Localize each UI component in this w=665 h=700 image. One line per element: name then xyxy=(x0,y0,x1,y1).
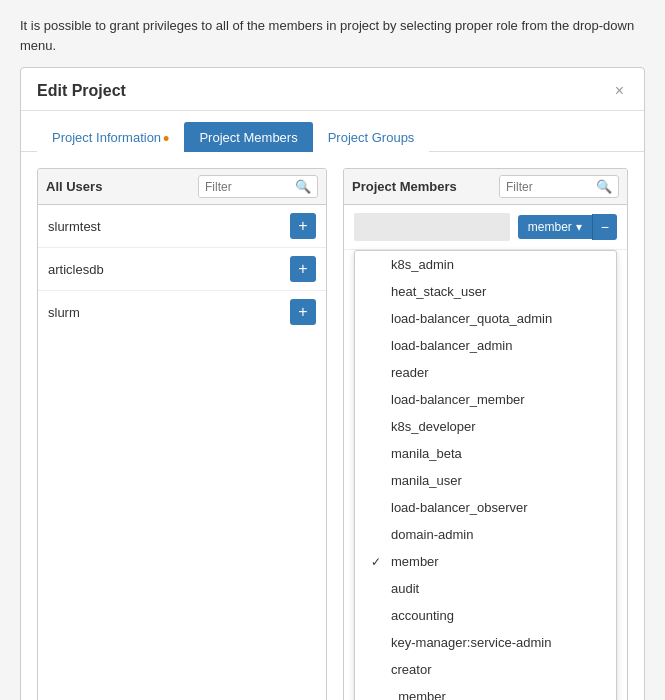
dropdown-item-load-balancer_observer[interactable]: load-balancer_observer xyxy=(355,494,616,521)
dropdown-item-creator[interactable]: creator xyxy=(355,656,616,683)
tab-project-groups[interactable]: Project Groups xyxy=(313,122,430,152)
all-users-filter-wrap: 🔍 xyxy=(198,175,318,198)
member-row: member ▾ − xyxy=(344,205,627,250)
role-dropdown-menu: k8s_admin heat_stack_user load-balancer_… xyxy=(354,250,617,700)
dropdown-item-member[interactable]: ✓ member xyxy=(355,548,616,575)
columns-container: All Users 🔍 slurmtest + articlesdb + sl xyxy=(37,168,628,700)
tab-bar: Project Information• Project Members Pro… xyxy=(21,111,644,152)
role-select-button[interactable]: member ▾ xyxy=(518,215,592,239)
member-name-box xyxy=(354,213,510,241)
description-text: It is possible to grant privileges to al… xyxy=(0,0,665,67)
all-users-filter-input[interactable] xyxy=(199,177,289,197)
all-users-header: All Users 🔍 xyxy=(38,169,326,205)
all-users-filter-button[interactable]: 🔍 xyxy=(289,176,317,197)
dropdown-item-k8s_developer[interactable]: k8s_developer xyxy=(355,413,616,440)
edit-project-modal: Edit Project × Project Information• Proj… xyxy=(20,67,645,700)
dropdown-item-reader[interactable]: reader xyxy=(355,359,616,386)
add-user-articlesdb-button[interactable]: + xyxy=(290,256,316,282)
role-remove-button[interactable]: − xyxy=(592,214,617,240)
dropdown-item-_member_[interactable]: _member_ xyxy=(355,683,616,700)
all-users-title: All Users xyxy=(46,179,102,194)
role-dropdown: member ▾ − xyxy=(518,214,617,240)
user-name: slurm xyxy=(48,305,80,320)
project-members-title: Project Members xyxy=(352,179,457,194)
project-members-column: Project Members 🔍 member ▾ − xyxy=(343,168,628,700)
dropdown-item-domain-admin[interactable]: domain-admin xyxy=(355,521,616,548)
project-members-filter-wrap: 🔍 xyxy=(499,175,619,198)
dropdown-item-heat_stack_user[interactable]: heat_stack_user xyxy=(355,278,616,305)
user-row-slurm: slurm + xyxy=(38,291,326,333)
close-button[interactable]: × xyxy=(611,82,628,100)
dropdown-item-load-balancer_member[interactable]: load-balancer_member xyxy=(355,386,616,413)
user-name: articlesdb xyxy=(48,262,104,277)
dropdown-item-load-balancer_admin[interactable]: load-balancer_admin xyxy=(355,332,616,359)
tab-project-information[interactable]: Project Information• xyxy=(37,122,184,152)
modal-header: Edit Project × xyxy=(21,68,644,111)
dropdown-item-accounting[interactable]: accounting xyxy=(355,602,616,629)
dropdown-item-load-balancer_quota_admin[interactable]: load-balancer_quota_admin xyxy=(355,305,616,332)
modal-title: Edit Project xyxy=(37,82,126,100)
dropdown-item-audit[interactable]: audit xyxy=(355,575,616,602)
user-row-slurmtest: slurmtest + xyxy=(38,205,326,248)
modal-body: All Users 🔍 slurmtest + articlesdb + sl xyxy=(21,152,644,700)
tab-project-members[interactable]: Project Members xyxy=(184,122,312,152)
dropdown-item-manila_user[interactable]: manila_user xyxy=(355,467,616,494)
add-user-slurm-button[interactable]: + xyxy=(290,299,316,325)
user-row-articlesdb: articlesdb + xyxy=(38,248,326,291)
project-members-filter-input[interactable] xyxy=(500,177,590,197)
dropdown-item-k8s_admin[interactable]: k8s_admin xyxy=(355,251,616,278)
add-user-slurmtest-button[interactable]: + xyxy=(290,213,316,239)
project-members-filter-button[interactable]: 🔍 xyxy=(590,176,618,197)
all-users-column: All Users 🔍 slurmtest + articlesdb + sl xyxy=(37,168,327,700)
dropdown-item-manila_beta[interactable]: manila_beta xyxy=(355,440,616,467)
user-name: slurmtest xyxy=(48,219,101,234)
dropdown-item-key-manager-service-admin[interactable]: key-manager:service-admin xyxy=(355,629,616,656)
project-members-header: Project Members 🔍 xyxy=(344,169,627,205)
